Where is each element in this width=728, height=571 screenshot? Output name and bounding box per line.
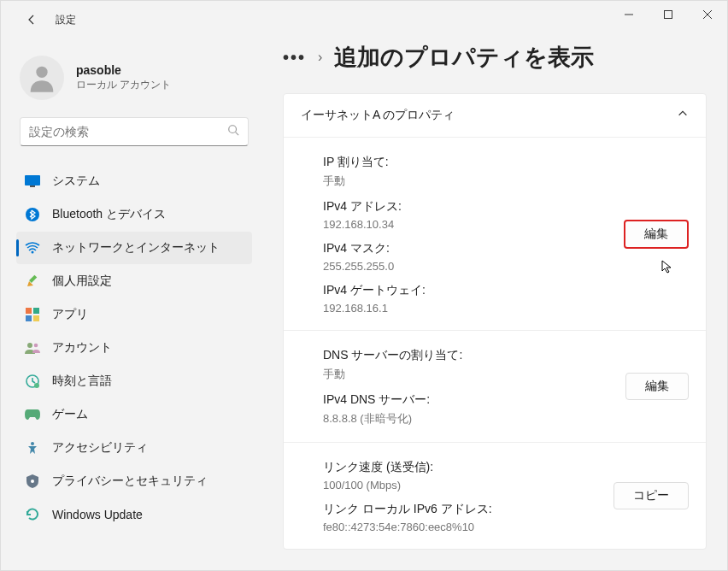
svg-rect-3 [25, 175, 40, 185]
back-button[interactable] [21, 9, 42, 30]
card-header[interactable]: イーサネットA のプロパティ [284, 94, 706, 137]
time-icon [25, 374, 40, 389]
property-label: リンク ローカル IPv6 アドレス: [323, 502, 614, 517]
user-type: ローカル アカウント [76, 78, 171, 92]
property-value: 8.8.8.8 (非暗号化) [323, 411, 625, 427]
property-section-0: IP 割り当て:手動IPv4 アドレス:192.168.10.34IPv4 マス… [284, 137, 706, 330]
sidebar-item-1[interactable]: Bluetooth とデバイス [16, 198, 252, 231]
sidebar-item-label: アプリ [52, 307, 88, 322]
property-label: IPv4 ゲートウェイ: [323, 283, 624, 298]
avatar [20, 56, 64, 100]
copy-button[interactable]: コピー [614, 482, 689, 509]
search-input[interactable] [29, 125, 227, 138]
edit-button[interactable]: 編集 [625, 373, 689, 400]
page-title: 追加のプロパティを表示 [334, 42, 594, 73]
close-button[interactable] [688, 1, 727, 28]
svg-point-13 [34, 344, 38, 348]
sidebar-item-label: アカウント [52, 340, 112, 356]
sidebar-item-3[interactable]: 個人用設定 [16, 265, 252, 297]
svg-rect-10 [26, 315, 32, 321]
svg-rect-8 [26, 308, 32, 314]
card-title: イーサネットA のプロパティ [301, 108, 455, 123]
svg-point-16 [31, 442, 34, 445]
user-name: pasoble [76, 63, 171, 77]
apps-icon [25, 307, 40, 322]
sidebar-item-label: 時刻と言語 [52, 374, 112, 389]
property-section-2: リンク速度 (送受信):100/100 (Mbps)リンク ローカル IPv6 … [284, 442, 706, 549]
sidebar-item-label: ネットワークとインターネット [52, 240, 220, 256]
sidebar-item-4[interactable]: アプリ [16, 298, 252, 331]
property-value: 192.168.16.1 [323, 302, 624, 315]
property-value: 192.168.10.34 [323, 218, 624, 231]
personalize-icon [25, 274, 40, 289]
sidebar-item-5[interactable]: アカウント [16, 332, 252, 364]
svg-point-12 [27, 343, 32, 348]
sidebar-item-label: システム [52, 174, 100, 189]
main-content: ••• › 追加のプロパティを表示 イーサネットA のプロパティ IP 割り当て… [257, 38, 727, 570]
maximize-button[interactable] [649, 1, 688, 28]
chevron-up-icon [677, 108, 689, 123]
sidebar-item-label: プライバシーとセキュリティ [52, 474, 208, 489]
minimize-button[interactable] [609, 1, 649, 28]
sidebar-item-label: ゲーム [52, 407, 88, 422]
network-icon [25, 240, 40, 256]
svg-rect-0 [665, 11, 672, 19]
bluetooth-icon [25, 207, 40, 222]
breadcrumb-ellipsis[interactable]: ••• [283, 48, 306, 68]
sidebar-item-2[interactable]: ネットワークとインターネット [16, 232, 252, 264]
sidebar: pasoble ローカル アカウント システムBluetooth とデバイスネッ… [1, 38, 257, 570]
svg-point-17 [31, 480, 34, 483]
property-section-1: DNS サーバーの割り当て:手動IPv4 DNS サーバー:8.8.8.8 (非… [284, 330, 706, 442]
chevron-right-icon: › [318, 50, 322, 65]
sidebar-item-10[interactable]: Windows Update [16, 498, 252, 531]
breadcrumb: ••• › 追加のプロパティを表示 [283, 42, 707, 73]
properties-card: イーサネットA のプロパティ IP 割り当て:手動IPv4 アドレス:192.1… [283, 93, 707, 550]
property-value: fe80::4273:54e:7860:eec8%10 [323, 521, 614, 533]
edit-button[interactable]: 編集 [624, 220, 689, 249]
property-value: 255.255.255.0 [323, 260, 624, 273]
system-icon [25, 174, 40, 189]
property-value: 100/100 (Mbps) [323, 479, 614, 492]
svg-rect-7 [29, 275, 37, 283]
svg-rect-9 [33, 308, 39, 314]
property-label: IPv4 アドレス: [323, 199, 624, 215]
sidebar-item-6[interactable]: 時刻と言語 [16, 365, 252, 397]
user-section[interactable]: pasoble ローカル アカウント [16, 49, 252, 117]
accounts-icon [25, 340, 40, 356]
property-label: リンク速度 (送受信): [323, 460, 614, 475]
svg-point-1 [36, 67, 47, 78]
sidebar-item-label: Bluetooth とデバイス [52, 207, 166, 222]
sidebar-item-0[interactable]: システム [16, 165, 252, 197]
svg-point-15 [34, 383, 39, 388]
svg-point-6 [32, 251, 34, 254]
gaming-icon [25, 407, 40, 422]
cursor-icon [661, 260, 675, 277]
accessibility-icon [25, 440, 40, 456]
svg-rect-4 [30, 185, 35, 187]
property-label: IPv4 マスク: [323, 241, 624, 256]
window-title: 設定 [56, 13, 76, 27]
property-value: 手動 [323, 367, 625, 382]
search-box[interactable] [20, 117, 249, 146]
sidebar-item-9[interactable]: プライバシーとセキュリティ [16, 465, 252, 497]
property-label: DNS サーバーの割り当て: [323, 348, 625, 363]
sidebar-item-label: アクセシビリティ [52, 440, 148, 456]
svg-point-2 [229, 126, 237, 133]
sidebar-item-8[interactable]: アクセシビリティ [16, 432, 252, 464]
property-value: 手動 [323, 174, 624, 189]
svg-rect-11 [33, 315, 39, 321]
property-label: IPv4 DNS サーバー: [323, 392, 625, 408]
search-icon [227, 124, 239, 139]
privacy-icon [25, 474, 40, 489]
sidebar-item-label: 個人用設定 [52, 274, 112, 289]
sidebar-item-label: Windows Update [52, 508, 143, 521]
sidebar-item-7[interactable]: ゲーム [16, 398, 252, 431]
property-label: IP 割り当て: [323, 155, 624, 170]
update-icon [25, 507, 40, 522]
